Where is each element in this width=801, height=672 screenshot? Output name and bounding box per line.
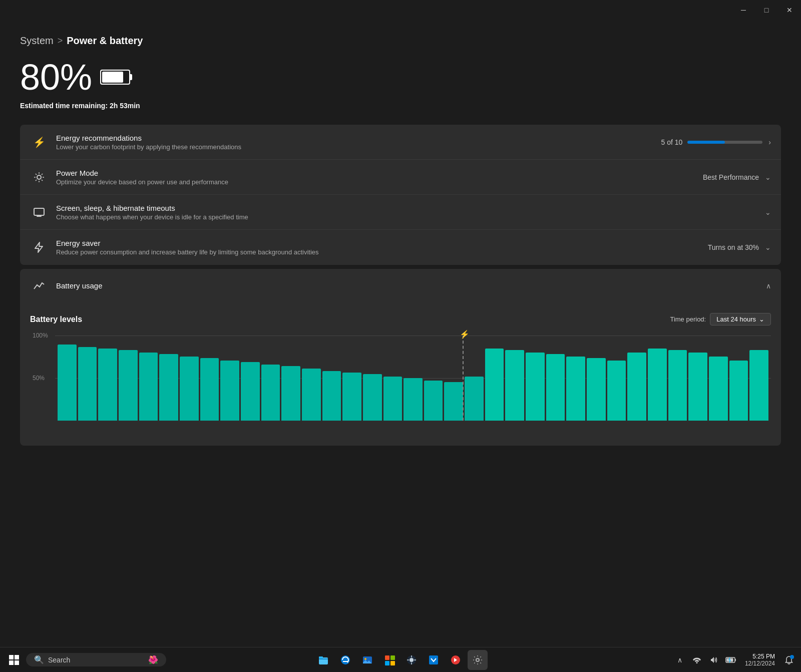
taskbar-store[interactable] — [379, 650, 399, 670]
bar-item — [139, 353, 158, 421]
bar-item — [627, 353, 646, 421]
minimize-button[interactable]: ─ — [732, 0, 755, 20]
bar-item — [119, 350, 138, 421]
progress-container: 5 of 10 — [661, 138, 763, 146]
charging-icon: ⚡ — [460, 329, 470, 339]
svg-point-16 — [410, 658, 414, 662]
grid-label-100: 100% — [33, 332, 48, 339]
battery-chart: 100% 50% ⚡ — [30, 335, 771, 436]
tray-volume-icon[interactable] — [706, 652, 722, 668]
power-mode-row[interactable]: Power Mode Optimize your device based on… — [20, 160, 781, 195]
taskbar-app7[interactable] — [446, 650, 466, 670]
svg-rect-4 — [9, 660, 14, 665]
search-bar[interactable]: 🔍 Search 🌺 — [26, 653, 166, 666]
sleep-text: Screen, sleep, & hibernate timeouts Choo… — [56, 204, 765, 221]
battery-usage-title: Battery usage — [56, 281, 766, 290]
svg-rect-13 — [385, 661, 389, 665]
estimated-label: Estimated time remaining: — [20, 102, 108, 110]
sleep-icon — [30, 203, 48, 221]
taskbar-app6[interactable] — [424, 650, 444, 670]
svg-rect-6 — [319, 657, 328, 664]
time-period-label: Time period: — [670, 315, 706, 323]
energy-title: Energy recommendations — [56, 134, 661, 142]
time-period-select: Time period: Last 24 hours ⌄ — [670, 313, 771, 325]
tray-battery-icon[interactable] — [723, 652, 739, 668]
title-bar: ─ □ ✕ — [0, 0, 801, 20]
maximize-button[interactable]: □ — [755, 0, 778, 20]
grid-label-50: 50% — [33, 375, 45, 382]
chevron-up-icon: ∧ — [766, 282, 771, 290]
energy-saver-row[interactable]: Energy saver Reduce power consumption an… — [20, 230, 781, 265]
battery-info: 80% — [20, 57, 781, 98]
bar-item — [688, 353, 707, 421]
energy-value: 5 of 10 › — [661, 138, 771, 146]
close-button[interactable]: ✕ — [778, 0, 801, 20]
energy-recommendations-row[interactable]: ⚡ Energy recommendations Lower your carb… — [20, 125, 781, 160]
battery-icon — [100, 70, 130, 85]
bar-item — [261, 365, 280, 421]
bars-area — [55, 335, 771, 421]
svg-point-10 — [364, 658, 366, 660]
time-period-value: Last 24 hours — [716, 315, 756, 323]
bar-item — [342, 373, 361, 421]
notification-dot — [790, 655, 794, 659]
taskbar-right: ∧ — [672, 652, 797, 668]
taskbar-photos[interactable] — [357, 650, 377, 670]
title-bar-controls: ─ □ ✕ — [732, 0, 801, 20]
chevron-down-icon-3: ⌄ — [765, 243, 771, 251]
svg-rect-14 — [390, 661, 395, 665]
bar-item — [444, 382, 463, 421]
power-mode-title: Power Mode — [56, 169, 703, 177]
progress-bar — [687, 141, 762, 144]
sleep-value: ⌄ — [765, 208, 771, 216]
system-tray: ∧ — [672, 652, 739, 668]
taskbar-settings[interactable] — [468, 650, 488, 670]
bar-item — [546, 354, 565, 421]
sleep-subtitle: Choose what happens when your device is … — [56, 213, 765, 221]
energy-saver-icon — [30, 238, 48, 256]
power-mode-current: Best Performance — [703, 173, 759, 181]
bar-item — [607, 361, 626, 421]
bar-item — [78, 347, 97, 421]
battery-usage-header[interactable]: Battery usage ∧ — [20, 269, 781, 303]
taskbar-file-explorer[interactable] — [313, 650, 333, 670]
clock-area[interactable]: 5:25 PM 12/12/2024 — [741, 653, 779, 667]
power-mode-value: Best Performance ⌄ — [703, 173, 771, 181]
time-period-chevron: ⌄ — [759, 315, 764, 323]
bar-item — [180, 357, 199, 421]
chevron-down-icon-2: ⌄ — [765, 208, 771, 216]
start-button[interactable] — [4, 650, 24, 670]
bar-item — [241, 362, 260, 421]
chevron-right-icon: › — [768, 138, 771, 146]
time-period-button[interactable]: Last 24 hours ⌄ — [710, 313, 771, 325]
bar-item — [566, 357, 585, 421]
estimated-time: Estimated time remaining: 2h 53min — [20, 102, 781, 110]
bar-item — [159, 354, 178, 421]
bar-item — [383, 377, 403, 421]
breadcrumb-parent[interactable]: System — [20, 35, 54, 47]
estimated-value: 2h 53min — [110, 102, 140, 110]
bar-item — [709, 357, 728, 421]
chevron-down-icon: ⌄ — [765, 173, 771, 181]
tray-expand[interactable]: ∧ — [672, 652, 688, 668]
power-mode-icon — [30, 168, 48, 186]
progress-fill — [687, 141, 725, 144]
taskbar-edge[interactable] — [335, 650, 355, 670]
bar-item — [424, 381, 443, 421]
bar-item — [322, 371, 341, 421]
tray-network-icon[interactable] — [689, 652, 705, 668]
battery-usage-icon — [30, 277, 48, 295]
notification-button[interactable] — [781, 652, 797, 668]
energy-saver-subtitle: Reduce power consumption and increase ba… — [56, 248, 708, 256]
svg-point-0 — [37, 175, 41, 179]
battery-usage-section: Battery usage ∧ Battery levels Time peri… — [20, 269, 781, 446]
bar-item — [58, 345, 77, 421]
battery-usage-title-text: Battery usage — [56, 281, 766, 291]
battery-percentage-text: 80% — [20, 57, 92, 98]
taskbar-steam[interactable] — [402, 650, 422, 670]
chart-container: Battery levels Time period: Last 24 hour… — [20, 303, 781, 446]
bar-item — [363, 374, 382, 421]
svg-rect-11 — [385, 655, 389, 660]
svg-rect-23 — [735, 659, 736, 661]
sleep-row[interactable]: Screen, sleep, & hibernate timeouts Choo… — [20, 195, 781, 230]
